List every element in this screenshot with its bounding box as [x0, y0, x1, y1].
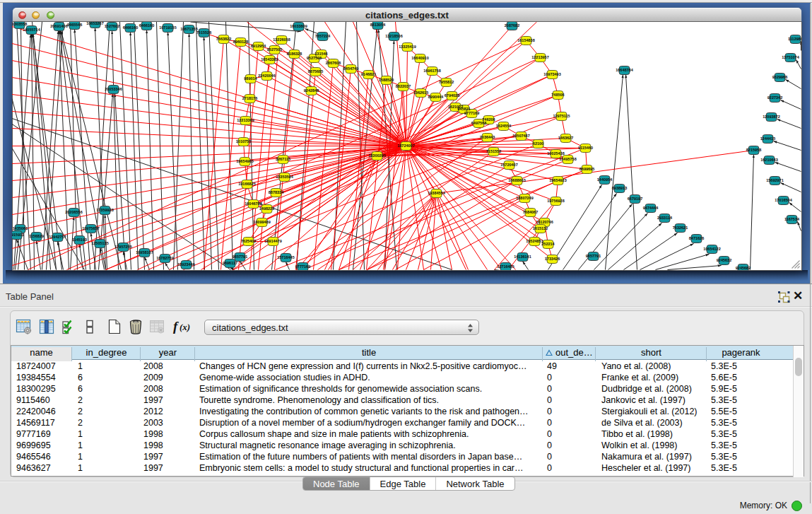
svg-text:1244415: 1244415	[760, 136, 775, 141]
svg-text:10653267: 10653267	[86, 22, 103, 25]
svg-text:9245632: 9245632	[717, 258, 731, 262]
svg-text:9329966: 9329966	[772, 75, 787, 79]
svg-text:2036443: 2036443	[480, 135, 495, 139]
svg-text:9245682: 9245682	[736, 266, 751, 270]
svg-text:16120746: 16120746	[536, 220, 553, 224]
svg-text:8215958: 8215958	[746, 148, 761, 152]
svg-text:19524851: 19524851	[526, 239, 543, 243]
svg-text:9527505: 9527505	[267, 47, 282, 52]
svg-text:2867608: 2867608	[326, 61, 341, 65]
svg-text:1463627: 1463627	[558, 136, 573, 140]
svg-text:1167534: 1167534	[784, 217, 800, 221]
svg-text:746206: 746206	[482, 117, 495, 122]
svg-text:16154838: 16154838	[517, 38, 534, 42]
svg-text:10688603: 10688603	[508, 178, 525, 182]
svg-text:3267115: 3267115	[276, 157, 290, 161]
svg-text:7857224: 7857224	[315, 34, 331, 38]
svg-text:12093872: 12093872	[763, 115, 779, 119]
svg-text:18724007: 18724007	[397, 144, 414, 148]
svg-text:131546: 131546	[314, 52, 327, 56]
svg-text:7663822: 7663822	[216, 37, 231, 41]
svg-text:1440954: 1440954	[597, 177, 613, 182]
svg-text:20206556: 20206556	[65, 210, 82, 214]
svg-text:14136141: 14136141	[514, 255, 531, 259]
svg-text:16210643: 16210643	[760, 158, 777, 162]
svg-text:15716445: 15716445	[277, 255, 294, 259]
svg-text:9777169: 9777169	[464, 111, 479, 115]
svg-text:16648784: 16648784	[616, 68, 633, 72]
svg-text:8454749: 8454749	[343, 66, 358, 71]
svg-text:20691406: 20691406	[50, 24, 67, 28]
svg-text:1435061: 1435061	[13, 226, 28, 230]
svg-text:15720407: 15720407	[500, 163, 517, 167]
svg-text:2087682: 2087682	[505, 23, 519, 28]
svg-text:9115460: 9115460	[578, 146, 593, 150]
svg-text:19654965: 19654965	[236, 159, 253, 163]
svg-text:14099489: 14099489	[253, 220, 270, 224]
svg-text:9146821: 9146821	[361, 72, 376, 76]
svg-text:6466160: 6466160	[139, 23, 154, 28]
svg-text:18300295: 18300295	[368, 153, 385, 158]
svg-text:1362615: 1362615	[413, 90, 428, 95]
svg-text:252214: 252214	[541, 242, 555, 246]
svg-text:15692971: 15692971	[766, 178, 783, 182]
svg-text:10719155: 10719155	[159, 25, 176, 30]
svg-text:1615132: 1615132	[533, 226, 548, 230]
svg-text:13218506: 13218506	[385, 34, 402, 38]
svg-text:8699695: 8699695	[579, 167, 594, 171]
svg-text:7684067: 7684067	[523, 210, 538, 214]
svg-text:9857791: 9857791	[586, 254, 601, 258]
svg-text:16914479: 16914479	[264, 239, 281, 243]
svg-text:12213957: 12213957	[531, 55, 548, 59]
svg-text:8813054: 8813054	[370, 23, 386, 27]
svg-text:13716485: 13716485	[497, 264, 514, 269]
svg-text:12213369: 12213369	[237, 118, 254, 122]
svg-text:9465546: 9465546	[67, 23, 82, 27]
svg-text:7151552: 7151552	[486, 149, 501, 153]
svg-text:14055714: 14055714	[23, 28, 40, 32]
svg-text:9777169: 9777169	[295, 264, 310, 269]
svg-text:989014: 989014	[244, 76, 257, 81]
svg-text:7955812: 7955812	[439, 80, 454, 84]
svg-text:13226058: 13226058	[273, 37, 290, 42]
svg-text:6679197: 6679197	[628, 197, 642, 201]
svg-text:1303558: 1303558	[12, 22, 27, 26]
svg-text:9527505: 9527505	[307, 56, 322, 60]
svg-text:1145193: 1145193	[72, 238, 87, 242]
svg-text:16640910: 16640910	[411, 56, 428, 60]
svg-text:1733426: 1733426	[545, 257, 560, 261]
svg-text:12505135: 12505135	[91, 241, 108, 245]
svg-text:2718176: 2718176	[242, 96, 257, 100]
svg-text:8938913: 8938913	[612, 186, 627, 190]
svg-text:f: f	[173, 319, 179, 334]
svg-text:7632621: 7632621	[673, 226, 688, 230]
svg-text:8878334: 8878334	[269, 190, 284, 194]
svg-text:2933114: 2933114	[657, 216, 673, 220]
svg-text:10654122: 10654122	[703, 247, 720, 251]
svg-text:19654923: 19654923	[549, 178, 566, 182]
svg-text:19166825: 19166825	[238, 182, 255, 186]
svg-text:1527602: 1527602	[105, 24, 119, 28]
svg-text:7515526: 7515526	[196, 30, 211, 35]
svg-text:1112984: 1112984	[788, 37, 801, 41]
svg-text:1010755: 1010755	[236, 139, 251, 144]
svg-text:16543382: 16543382	[261, 57, 278, 62]
svg-text:62100: 62100	[533, 141, 543, 146]
svg-text:17016504: 17016504	[775, 198, 792, 202]
svg-text:9474444: 9474444	[643, 206, 659, 210]
svg-text:8960128: 8960128	[233, 40, 248, 44]
svg-text:9242848: 9242848	[304, 88, 319, 93]
svg-text:17359928: 17359928	[96, 208, 113, 212]
svg-text:8990444: 8990444	[428, 95, 444, 99]
svg-text:1156829: 1156829	[29, 234, 44, 238]
svg-text:8186328: 8186328	[287, 52, 302, 56]
svg-text:12942757: 12942757	[49, 235, 66, 239]
svg-text:748506: 748506	[551, 93, 564, 97]
svg-text:(x): (x)	[180, 322, 190, 332]
svg-text:10507487: 10507487	[512, 134, 529, 138]
svg-text:6466160: 6466160	[123, 25, 138, 30]
svg-text:13353594: 13353594	[276, 175, 293, 179]
svg-text:12923446: 12923446	[177, 262, 194, 267]
svg-text:18807249: 18807249	[516, 196, 533, 200]
svg-text:1588520: 1588520	[379, 78, 394, 82]
